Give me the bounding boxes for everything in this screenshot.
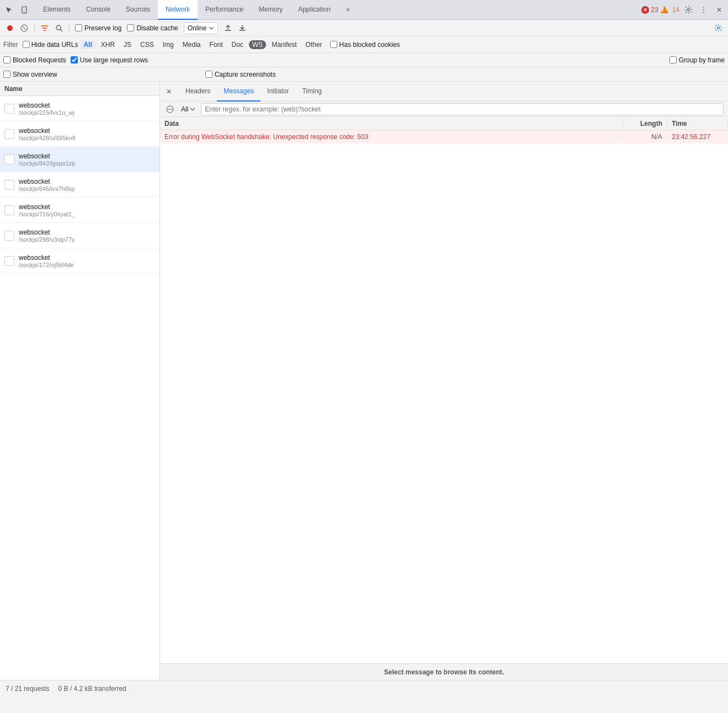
messages-filter-bar: All: [160, 102, 728, 117]
tab-bar-right: ✕ 23 14 ⋮ ✕: [641, 3, 726, 17]
filter-all-btn[interactable]: All: [80, 40, 95, 49]
filter-other-btn[interactable]: Other: [302, 40, 326, 49]
toolbar-divider-1: [34, 23, 35, 33]
options-bar-2: Show overview Capture screenshots: [0, 67, 728, 82]
devtools-icons: [2, 3, 31, 17]
svg-point-6: [56, 25, 61, 30]
transferred-count: 0 B / 4.2 kB transferred: [58, 685, 126, 693]
svg-point-3: [7, 25, 13, 31]
mobile-icon[interactable]: [18, 3, 31, 17]
settings-icon[interactable]: [682, 3, 695, 17]
websocket-icon: [4, 256, 14, 266]
request-name: websocket /sockjs/646/ivx7h8kp: [19, 178, 75, 192]
messages-regex-input[interactable]: [201, 103, 724, 115]
tab-bar: Elements Console Sources Network Perform…: [0, 0, 728, 20]
status-bar: 7 / 21 requests 0 B / 4.2 kB transferred: [0, 680, 728, 696]
list-item[interactable]: websocket /sockjs/172/oj5kf4de: [0, 248, 160, 274]
stop-button[interactable]: [18, 22, 31, 35]
error-badge: ✕ 23: [641, 6, 658, 14]
list-item[interactable]: websocket /sockjs/842/lgxpo1zp: [0, 147, 160, 172]
tab-sources[interactable]: Sources: [118, 0, 158, 20]
tab-memory[interactable]: Memory: [251, 0, 290, 20]
list-item[interactable]: websocket /sockjs/646/ivx7h8kp: [0, 172, 160, 198]
preserve-log-checkbox[interactable]: Preserve log: [75, 24, 121, 32]
hide-data-urls-checkbox[interactable]: Hide data URLs: [23, 41, 78, 49]
panel-close-button[interactable]: ✕: [162, 85, 176, 98]
msg-data-cell: Error during WebSocket handshake: Unexpe…: [160, 130, 623, 143]
tab-more[interactable]: »: [338, 0, 358, 20]
messages-header: Data Length Time: [160, 117, 728, 130]
main-area: Name websocket /sockjs/215/fvx1u_wj webs…: [0, 82, 728, 680]
filter-ws-btn[interactable]: WS: [249, 40, 266, 49]
capture-screenshots-opt[interactable]: Capture screenshots: [205, 71, 276, 78]
filter-bar: Filter Hide data URLs All XHR JS CSS Img…: [0, 36, 728, 53]
request-name: websocket /sockjs/428/u00i5kn9: [19, 127, 76, 141]
filter-label: Filter: [3, 41, 18, 49]
tab-headers[interactable]: Headers: [179, 82, 217, 102]
network-settings-icon[interactable]: [711, 22, 725, 35]
download-button[interactable]: [236, 22, 249, 35]
toolbar-divider-2: [69, 23, 70, 33]
tab-console[interactable]: Console: [78, 0, 118, 20]
filter-js-btn[interactable]: JS: [120, 40, 135, 49]
record-button[interactable]: [3, 22, 17, 35]
messages-type-dropdown[interactable]: All: [179, 105, 198, 114]
filter-media-btn[interactable]: Media: [179, 40, 204, 49]
tab-elements[interactable]: Elements: [35, 0, 78, 20]
tab-network[interactable]: Network: [158, 0, 198, 20]
websocket-icon: [4, 155, 14, 164]
list-item[interactable]: websocket /sockjs/716/y0xyat1_: [0, 198, 160, 223]
filter-css-btn[interactable]: CSS: [137, 40, 157, 49]
request-name: websocket /sockjs/172/oj5kf4de: [19, 254, 74, 268]
search-button[interactable]: [52, 22, 66, 35]
filter-img-btn[interactable]: Img: [160, 40, 177, 49]
close-icon[interactable]: ✕: [713, 3, 726, 17]
has-blocked-cookies-checkbox[interactable]: Has blocked cookies: [330, 41, 400, 49]
left-panel: Name websocket /sockjs/215/fvx1u_wj webs…: [0, 82, 160, 680]
list-item[interactable]: websocket /sockjs/298/v3slp77y: [0, 223, 160, 248]
svg-line-7: [60, 29, 62, 31]
request-name: websocket /sockjs/842/lgxpo1zp: [19, 152, 75, 167]
use-large-rows-opt[interactable]: Use large request rows: [71, 56, 148, 64]
websocket-icon: [4, 205, 14, 215]
filter-manifest-btn[interactable]: Manifest: [268, 40, 300, 49]
request-name: websocket /sockjs/215/fvx1u_wj: [19, 102, 75, 116]
no-entry-icon[interactable]: [164, 104, 176, 115]
filter-xhr-btn[interactable]: XHR: [98, 40, 118, 49]
list-item[interactable]: websocket /sockjs/428/u00i5kn9: [0, 121, 160, 147]
warn-badge: 14: [661, 6, 679, 14]
error-icon: ✕: [641, 6, 649, 14]
filter-doc-btn[interactable]: Doc: [229, 40, 247, 49]
tab-application[interactable]: Application: [290, 0, 338, 20]
cursor-icon[interactable]: [2, 3, 15, 17]
tab-messages[interactable]: Messages: [217, 82, 261, 102]
upload-button[interactable]: [221, 22, 235, 35]
filter-font-btn[interactable]: Font: [206, 40, 226, 49]
filter-icon-btn[interactable]: [38, 22, 51, 35]
svg-point-8: [717, 27, 719, 29]
time-column-header: Time: [667, 120, 728, 127]
request-name: websocket /sockjs/298/v3slp77y: [19, 228, 75, 243]
svg-line-5: [23, 26, 26, 30]
tab-performance[interactable]: Performance: [198, 0, 251, 20]
messages-table: Data Length Time Error during WebSocket …: [160, 117, 728, 663]
messages-body: Error during WebSocket handshake: Unexpe…: [160, 130, 728, 663]
group-by-frame-opt[interactable]: Group by frame: [669, 56, 725, 64]
websocket-icon: [4, 129, 14, 139]
panel-tabs: ✕ Headers Messages Initiator Timing: [160, 82, 728, 102]
tab-initiator[interactable]: Initiator: [261, 82, 295, 102]
show-overview-opt[interactable]: Show overview: [3, 71, 57, 78]
length-column-header: Length: [623, 120, 667, 127]
tab-timing[interactable]: Timing: [295, 82, 328, 102]
throttle-dropdown[interactable]: Online: [184, 22, 219, 34]
requests-count: 7 / 21 requests: [6, 685, 49, 693]
msg-length-cell: N/A: [623, 130, 667, 143]
table-row[interactable]: Error during WebSocket handshake: Unexpe…: [160, 130, 728, 143]
websocket-icon: [4, 104, 14, 114]
blocked-requests-opt[interactable]: Blocked Requests: [3, 56, 66, 64]
toolbar: Preserve log Disable cache Online: [0, 20, 728, 36]
request-name: websocket /sockjs/716/y0xyat1_: [19, 203, 75, 217]
list-item[interactable]: websocket /sockjs/215/fvx1u_wj: [0, 96, 160, 121]
more-options-icon[interactable]: ⋮: [697, 3, 710, 17]
disable-cache-checkbox[interactable]: Disable cache: [127, 24, 178, 32]
